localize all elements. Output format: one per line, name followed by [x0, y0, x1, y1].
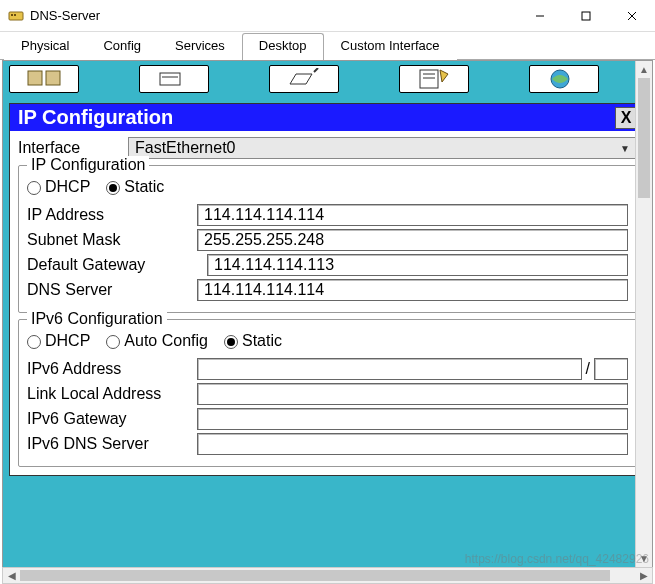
interface-value: FastEthernet0 — [135, 139, 236, 157]
ipv6-gateway-label: IPv6 Gateway — [27, 410, 197, 428]
ip-address-input[interactable]: 114.114.114.114 — [197, 204, 628, 226]
ipv4-fieldset: IP Configuration DHCP Static IP Address1… — [18, 165, 637, 313]
window-titlebar: DNS-Server — [0, 0, 655, 32]
panel-title: IP Configuration — [18, 106, 173, 129]
desktop-app-card[interactable] — [269, 65, 339, 93]
default-gateway-label: Default Gateway — [27, 256, 207, 274]
desktop-icon-strip — [3, 61, 652, 97]
maximize-button[interactable] — [563, 1, 609, 31]
interface-select[interactable]: FastEthernet0 ▼ — [128, 137, 637, 159]
ipv6-fieldset: IPv6 Configuration DHCP Auto Config Stat… — [18, 319, 637, 467]
tab-desktop[interactable]: Desktop — [242, 33, 324, 60]
svg-marker-11 — [290, 74, 312, 84]
scroll-left-arrow-icon[interactable]: ◀ — [3, 568, 20, 583]
tab-physical[interactable]: Physical — [4, 33, 86, 60]
ipv6-address-input[interactable] — [197, 358, 582, 380]
desktop-app-card[interactable] — [9, 65, 79, 93]
svg-rect-7 — [28, 71, 42, 85]
subnet-mask-label: Subnet Mask — [27, 231, 197, 249]
ipv6-auto-radio[interactable]: Auto Config — [106, 332, 208, 350]
ipv4-legend: IP Configuration — [27, 156, 149, 174]
main-tab-bar: Physical Config Services Desktop Custom … — [0, 32, 655, 60]
ipv6-prefix-slash: / — [582, 360, 594, 378]
scroll-up-arrow-icon[interactable]: ▲ — [636, 61, 652, 78]
window-title: DNS-Server — [30, 8, 517, 23]
chevron-down-icon: ▼ — [620, 143, 630, 154]
ipv6-legend: IPv6 Configuration — [27, 310, 167, 328]
vertical-scrollbar[interactable]: ▲ ▼ — [635, 61, 652, 567]
horizontal-scrollbar[interactable]: ◀ ▶ — [2, 567, 653, 584]
vertical-scroll-thumb[interactable] — [638, 78, 650, 198]
ipv4-dhcp-radio[interactable]: DHCP — [27, 178, 90, 196]
svg-rect-8 — [46, 71, 60, 85]
desktop-app-card[interactable] — [399, 65, 469, 93]
ipv6-dhcp-radio[interactable]: DHCP — [27, 332, 90, 350]
scroll-right-arrow-icon[interactable]: ▶ — [635, 568, 652, 583]
ipv6-dns-input[interactable] — [197, 433, 628, 455]
interface-label: Interface — [18, 139, 128, 157]
ipv6-prefix-input[interactable] — [594, 358, 628, 380]
dns-server-label: DNS Server — [27, 281, 197, 299]
horizontal-scroll-thumb[interactable] — [20, 570, 610, 581]
dns-server-input[interactable]: 114.114.114.114 — [197, 279, 628, 301]
ipv6-address-label: IPv6 Address — [27, 360, 197, 378]
app-icon — [8, 8, 24, 24]
tab-config[interactable]: Config — [86, 33, 158, 60]
svg-marker-16 — [440, 70, 448, 82]
desktop-app-card[interactable] — [139, 65, 209, 93]
ipv4-static-radio[interactable]: Static — [106, 178, 164, 196]
svg-rect-4 — [582, 12, 590, 20]
svg-rect-2 — [14, 14, 16, 16]
panel-close-button[interactable]: X — [615, 107, 637, 129]
ipv6-static-radio[interactable]: Static — [224, 332, 282, 350]
ip-configuration-panel: IP Configuration X Interface FastEtherne… — [9, 103, 646, 476]
svg-line-12 — [314, 68, 318, 72]
ipv6-dns-label: IPv6 DNS Server — [27, 435, 197, 453]
svg-rect-13 — [420, 70, 438, 88]
tab-services[interactable]: Services — [158, 33, 242, 60]
ipv6-gateway-input[interactable] — [197, 408, 628, 430]
panel-titlebar: IP Configuration X — [10, 104, 645, 131]
link-local-input[interactable] — [197, 383, 628, 405]
desktop-app-card[interactable] — [529, 65, 599, 93]
close-window-button[interactable] — [609, 1, 655, 31]
tab-custom-interface[interactable]: Custom Interface — [324, 33, 457, 60]
subnet-mask-input[interactable]: 255.255.255.248 — [197, 229, 628, 251]
minimize-button[interactable] — [517, 1, 563, 31]
link-local-label: Link Local Address — [27, 385, 197, 403]
default-gateway-input[interactable]: 114.114.114.113 — [207, 254, 628, 276]
ip-address-label: IP Address — [27, 206, 197, 224]
desktop-workarea: IP Configuration X Interface FastEtherne… — [2, 60, 653, 568]
svg-rect-1 — [11, 14, 13, 16]
svg-rect-9 — [160, 73, 180, 85]
watermark-text: https://blog.csdn.net/qq_42482926 — [465, 552, 649, 566]
